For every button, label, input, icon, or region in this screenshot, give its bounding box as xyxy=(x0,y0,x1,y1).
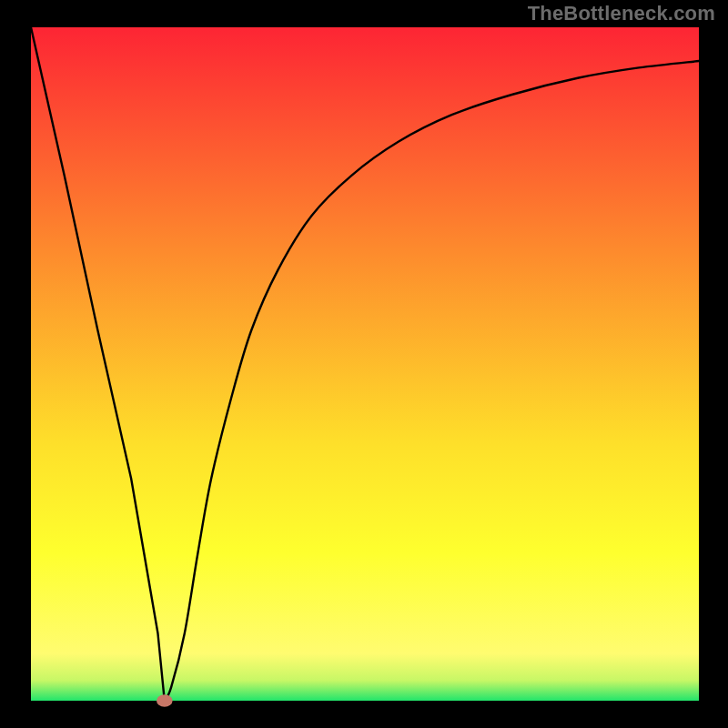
chart-svg xyxy=(0,0,728,728)
chart-frame: TheBottleneck.com xyxy=(0,0,728,728)
optimal-point-marker xyxy=(157,694,173,706)
plot-background xyxy=(31,27,699,701)
